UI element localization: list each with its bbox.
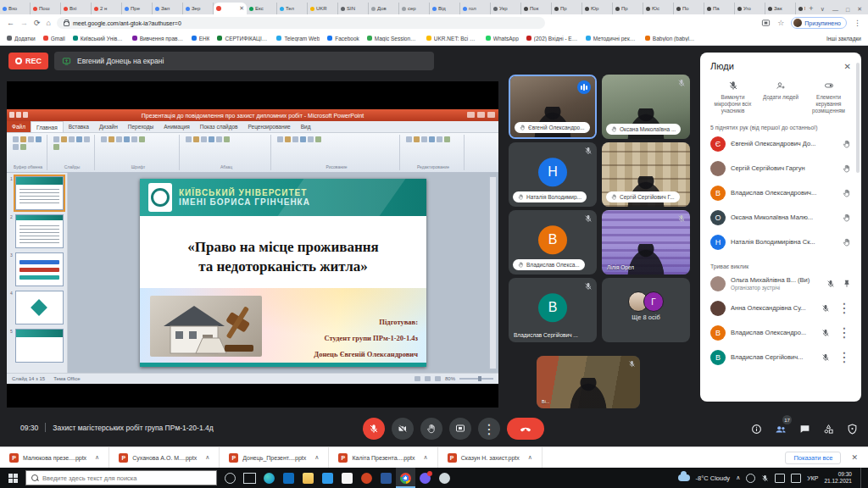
ribbon-tab[interactable]: Файл <box>7 121 31 132</box>
download-item[interactable]: P Сказун Н. захист.pptx ∧ <box>438 447 542 468</box>
download-menu-icon[interactable]: ∧ <box>314 454 319 461</box>
tab-search-icon[interactable]: ∨ <box>821 6 825 13</box>
browser-tab[interactable]: Зер ✕ <box>183 3 214 14</box>
browser-tab[interactable]: Вхі ✕ <box>61 3 92 14</box>
browser-tab[interactable]: Пре ✕ <box>122 3 153 14</box>
download-item[interactable]: P Суханова А.О. М....pptx ∧ <box>109 447 220 468</box>
bookmark-item[interactable]: Magic Sessions 202... <box>367 36 419 42</box>
view-normal-icon[interactable] <box>415 376 420 381</box>
browser-tab[interactable]: Па ✕ <box>704 3 735 14</box>
bookmark-item[interactable]: Вивчення права і... <box>132 36 184 42</box>
bookmark-item[interactable]: Babylon (babylon)... <box>645 36 697 42</box>
view-sorter-icon[interactable] <box>425 376 431 381</box>
word-icon[interactable] <box>376 468 396 488</box>
language-indicator[interactable]: УКР <box>807 475 818 481</box>
bookmark-star-icon[interactable]: ☆ <box>777 19 784 27</box>
bookmark-item[interactable]: UKR.NET: Всі нови... <box>426 36 478 42</box>
bookmark-item[interactable]: (202) Вхідні - Ел... <box>526 36 578 42</box>
tray-mic-icon[interactable] <box>761 474 769 482</box>
participant-row[interactable]: В Владислав Олександро... ⋮ <box>710 320 851 345</box>
people-button[interactable]: 17 <box>775 421 787 436</box>
raised-hand-row[interactable]: Н Наталія Володимирівна Ск... <box>710 230 851 254</box>
bookmark-item[interactable]: WhatsApp <box>486 36 519 42</box>
meeting-details-icon[interactable] <box>751 424 762 435</box>
slide-thumbnail[interactable] <box>15 214 64 248</box>
ppt-scrollbar[interactable] <box>489 176 497 369</box>
ribbon-group[interactable]: Рисование <box>274 135 400 170</box>
more-options-icon[interactable]: ⋮ <box>837 324 851 341</box>
weather-widget[interactable]: -8°C Cloudy <box>696 474 731 482</box>
omnibox[interactable]: meet.google.com/ant-gtok-ia?authuser=0 <box>57 17 545 29</box>
download-item[interactable]: P Каліта Презента....pptx ∧ <box>329 447 437 468</box>
raise-hand-button[interactable] <box>420 418 442 440</box>
host-controls-button[interactable]: Елементи керування розміщенням <box>806 80 851 115</box>
download-menu-icon[interactable]: ∧ <box>528 454 532 461</box>
browser-tab[interactable]: Укр ✕ <box>491 3 521 14</box>
bookmark-item[interactable]: Telegram Web <box>276 36 320 42</box>
tray-meet-icon[interactable] <box>746 474 755 483</box>
host-controls-icon[interactable] <box>847 424 858 435</box>
download-item[interactable]: P Малюкова презе....pptx ∧ <box>0 447 109 468</box>
video-tile[interactable]: В Владислав Олекса... <box>509 210 597 274</box>
activities-icon[interactable] <box>823 424 834 435</box>
browser-tab[interactable]: Юр ✕ <box>582 3 613 14</box>
panel-scrollbar[interactable] <box>856 63 860 173</box>
browser-tab[interactable]: Пок ✕ <box>521 3 552 14</box>
chat-button-icon[interactable] <box>799 424 810 435</box>
camera-toggle-button[interactable] <box>392 418 414 440</box>
view-slideshow-icon[interactable] <box>435 376 441 381</box>
add-people-button[interactable]: Додати людей <box>759 80 804 115</box>
ppt-window-controls[interactable] <box>467 112 495 118</box>
ribbon-group[interactable]: Шрифт <box>97 135 180 170</box>
video-tile[interactable]: В Владислав Сергійович ... <box>509 278 597 342</box>
ribbon-tab[interactable]: Вставка <box>64 121 94 132</box>
browser-tab[interactable]: По ✕ <box>674 3 704 14</box>
browser-tab[interactable]: Пр ✕ <box>796 3 805 14</box>
bookmark-item[interactable]: Додатки <box>7 36 36 42</box>
new-tab-button[interactable]: + <box>805 3 817 14</box>
video-tile[interactable]: Лілія Орел <box>602 210 690 274</box>
mute-all-button[interactable]: Вимкнути мікрофони всіх учасників <box>710 80 755 115</box>
slide-thumbnail[interactable] <box>15 291 64 324</box>
store-icon[interactable] <box>279 468 298 488</box>
present-button[interactable] <box>449 418 471 440</box>
bookmark-item[interactable]: Методичні рекоме... <box>586 36 637 42</box>
participant-row[interactable]: В Владислав Сергійович... ⋮ <box>710 345 851 369</box>
more-participants-tile[interactable]: Г Ще 8 осіб <box>602 278 690 342</box>
profile-sync-button[interactable]: Призупинено <box>791 17 847 29</box>
bookmark-item[interactable]: СЕРТИФІКАЦІЯ_ЕН... <box>217 36 269 42</box>
ribbon-group[interactable]: Абзац <box>182 135 271 170</box>
browser-tab[interactable]: Вхо ✕ <box>0 3 31 14</box>
ribbon-group[interactable]: Слайды <box>50 135 95 170</box>
document-icon[interactable] <box>337 468 357 488</box>
start-button[interactable] <box>0 474 25 483</box>
more-options-icon[interactable]: ⋮ <box>837 300 851 316</box>
browser-tab[interactable]: Уго ✕ <box>735 3 765 14</box>
ribbon-group[interactable]: Буфер обмена <box>9 135 47 170</box>
download-menu-icon[interactable]: ∧ <box>424 454 428 461</box>
ribbon-group[interactable]: Редактирование <box>403 135 465 170</box>
slide-thumbnail[interactable] <box>15 252 64 286</box>
ribbon-tab[interactable]: Показ слайдов <box>195 121 243 132</box>
other-bookmarks-button[interactable]: Інші закладки <box>826 31 861 46</box>
bookmark-item[interactable]: Gmail <box>43 36 65 42</box>
browser-tab[interactable]: Пр ✕ <box>613 3 643 14</box>
download-item[interactable]: P Донець_Презент....pptx ∧ <box>220 447 329 468</box>
ribbon-tab[interactable]: Рецензирование <box>243 121 296 132</box>
edge-icon[interactable] <box>259 468 279 488</box>
mail-icon[interactable] <box>318 468 337 488</box>
leave-call-button[interactable] <box>507 418 544 440</box>
video-tile[interactable]: Ві... <box>537 356 640 408</box>
ribbon-tab[interactable]: Главная <box>31 121 64 132</box>
browser-tab[interactable]: сер ✕ <box>399 3 430 14</box>
browser-tab[interactable]: гол ✕ <box>460 3 491 14</box>
ribbon-tab[interactable]: Дизайн <box>94 121 123 132</box>
minimize-button[interactable]: — <box>832 7 838 13</box>
browser-tab[interactable]: Дов ✕ <box>369 3 399 14</box>
slide-thumbnail[interactable] <box>15 329 64 363</box>
ribbon-tab[interactable]: Анимация <box>159 121 195 132</box>
close-window-button[interactable]: ✕ <box>857 6 862 13</box>
download-menu-icon[interactable]: ∧ <box>205 454 209 461</box>
home-icon[interactable]: ⌂ <box>47 19 51 27</box>
tray-overflow-icon[interactable]: ∧ <box>736 474 740 481</box>
